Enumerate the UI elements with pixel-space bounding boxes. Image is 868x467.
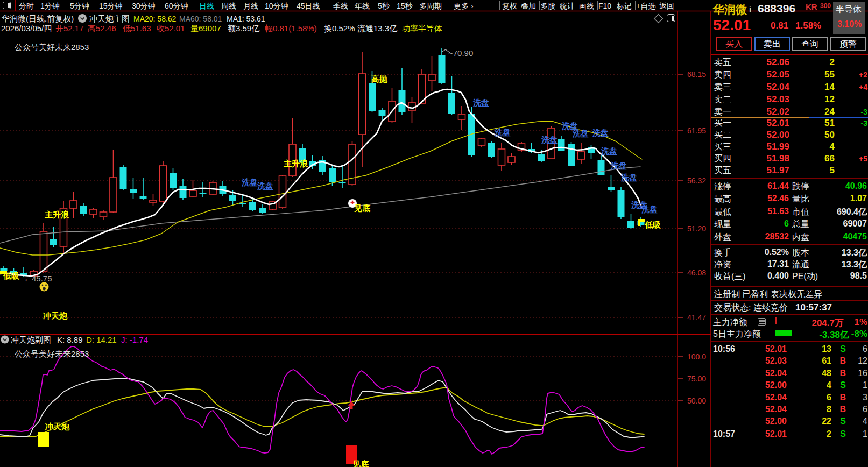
svg-text:洗盘: 洗盘 (472, 98, 489, 107)
svg-text:洗盘: 洗盘 (610, 161, 627, 170)
svg-text:低吸: 低吸 (3, 271, 20, 280)
svg-text:公众号美好未来2853: 公众号美好未来2853 (15, 43, 89, 52)
svg-text:主升浪: 主升浪 (284, 159, 308, 168)
svg-text:D: 14.21: D: 14.21 (86, 335, 117, 344)
svg-text:洗盘: 洗盘 (601, 146, 617, 155)
svg-text:100.0: 100.0 (687, 352, 706, 361)
svg-text:75.00: 75.00 (687, 374, 706, 383)
svg-text:46.08: 46.08 (687, 268, 706, 277)
svg-text:洗盘: 洗盘 (592, 128, 609, 137)
svg-text:洗盘: 洗盘 (620, 173, 637, 182)
svg-text:J: -1.74: J: -1.74 (121, 335, 148, 344)
svg-text:51.20: 51.20 (687, 224, 706, 233)
svg-text:41.47: 41.47 (687, 313, 706, 322)
svg-text:←45.75: ←45.75 (24, 274, 52, 283)
svg-text:冲天炮副图: 冲天炮副图 (11, 335, 51, 344)
svg-text:冲天炮: 冲天炮 (43, 311, 68, 320)
svg-text:洗盘: 洗盘 (572, 129, 589, 138)
svg-text:公众号美好未来2853: 公众号美好未来2853 (15, 349, 89, 358)
svg-text:洗盘: 洗盘 (641, 204, 658, 214)
svg-text:56.32: 56.32 (687, 176, 706, 185)
svg-text:见底: 见底 (354, 203, 370, 213)
svg-text:冲天炮: 冲天炮 (45, 422, 70, 431)
svg-text:洗盘: 洗盘 (541, 135, 558, 144)
svg-text:K: 8.89: K: 8.89 (57, 335, 83, 344)
svg-text:低吸: 低吸 (644, 220, 661, 229)
svg-text:61.95: 61.95 (687, 126, 706, 135)
svg-text:68.15: 68.15 (687, 70, 706, 79)
svg-text:洗盘: 洗盘 (241, 178, 258, 187)
svg-text:主升浪: 主升浪 (45, 210, 69, 219)
svg-text:洗盘: 洗盘 (494, 128, 511, 137)
svg-text:见底: 见底 (352, 459, 369, 467)
svg-text:50.00: 50.00 (687, 397, 706, 405)
svg-text:洗盘: 洗盘 (257, 181, 273, 190)
svg-text:高抛: 高抛 (371, 74, 387, 83)
svg-text:~70.90: ~70.90 (448, 48, 473, 58)
